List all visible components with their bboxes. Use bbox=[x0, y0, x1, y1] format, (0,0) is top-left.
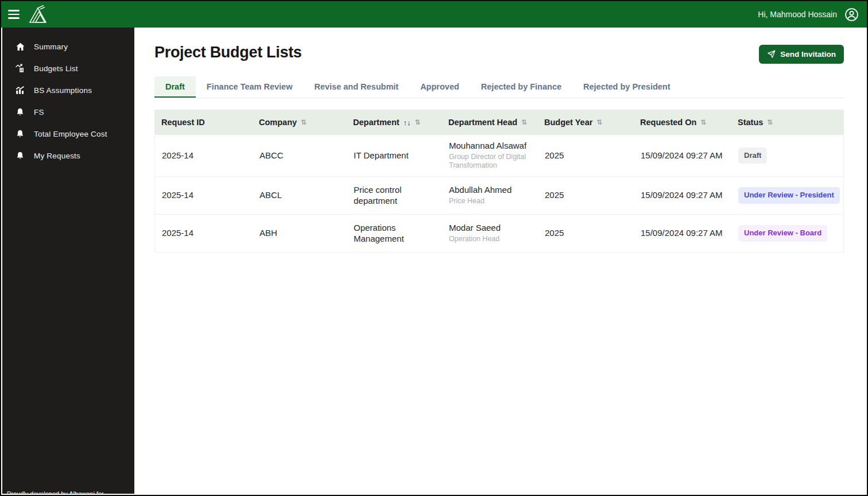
table-row[interactable]: 2025-14 ABCL Price control department Ab… bbox=[155, 177, 843, 215]
sidebar-item-label: Budgets List bbox=[34, 64, 78, 73]
tab-revise-and-resubmit[interactable]: Revise and Resubmit bbox=[303, 76, 409, 98]
cell-requested-on: 15/09/2024 09:27 AM bbox=[634, 145, 731, 167]
sidebar-item-total-employee-cost[interactable]: Total Employee Cost bbox=[2, 123, 134, 145]
tab-rejected-by-finance[interactable]: Rejected by Finance bbox=[470, 76, 572, 98]
department-head-title: Group Director of Digital Transformation bbox=[449, 153, 533, 170]
cell-department: Operations Management bbox=[347, 217, 442, 250]
active-sort-icon[interactable]: ↑↓ bbox=[404, 119, 411, 126]
sort-icon[interactable]: ⇅ bbox=[415, 119, 421, 126]
sidebar-item-label: My Requests bbox=[34, 152, 80, 160]
page-title: Project Budget Lists bbox=[154, 44, 302, 61]
cell-department: IT Department bbox=[347, 145, 442, 167]
status-badge: Under Review - Board bbox=[738, 225, 827, 241]
table-body: 2025-14 ABCC IT Department Mouhannad Als… bbox=[154, 135, 844, 253]
column-header-company[interactable]: Company ⇅ bbox=[252, 118, 346, 127]
user-avatar-icon[interactable] bbox=[844, 7, 859, 22]
sort-icon[interactable]: ⇅ bbox=[521, 119, 527, 126]
sort-icon[interactable]: ⇅ bbox=[301, 119, 307, 126]
sidebar-item-label: Summary bbox=[34, 42, 68, 51]
tab-rejected-by-president[interactable]: Rejected by President bbox=[572, 76, 681, 98]
department-head-name: Mouhannad Alsawaf bbox=[449, 141, 533, 152]
cell-request-id: 2025-14 bbox=[155, 184, 253, 207]
table-row[interactable]: 2025-14 ABH Operations Management Modar … bbox=[155, 215, 843, 253]
cell-company: ABCL bbox=[253, 184, 347, 207]
budget-table: Request ID Company ⇅ Department ↑↓ ⇅ Dep… bbox=[154, 110, 844, 253]
cell-company: ABCC bbox=[253, 145, 347, 167]
department-head-title: Operation Head bbox=[449, 235, 533, 244]
budgets-trend-icon bbox=[15, 63, 25, 73]
sidebar-item-label: FS bbox=[34, 108, 44, 117]
sidebar-item-bs-assumptions[interactable]: BS Assumptions bbox=[2, 79, 134, 101]
cell-department-head: Abdullah Ahmed Price Head bbox=[442, 179, 538, 211]
cell-department-head: Modar Saeed Operation Head bbox=[442, 217, 538, 249]
home-icon bbox=[15, 41, 25, 52]
cell-department-head: Mouhannad Alsawaf Group Director of Digi… bbox=[442, 135, 538, 176]
sidebar-item-my-requests[interactable]: My Requests bbox=[2, 145, 134, 166]
cell-request-id: 2025-14 bbox=[155, 145, 253, 167]
cell-request-id: 2025-14 bbox=[155, 222, 253, 245]
column-header-requested-on[interactable]: Requested On ⇅ bbox=[633, 118, 731, 127]
topbar: Hi, Mahmood Hossain bbox=[1, 1, 867, 28]
status-badge: Under Review - President bbox=[738, 187, 840, 203]
cell-department: Price control department bbox=[347, 179, 442, 212]
cell-requested-on: 15/09/2024 09:27 AM bbox=[634, 184, 731, 207]
cell-budget-year: 2025 bbox=[538, 184, 634, 207]
department-head-name: Abdullah Ahmed bbox=[449, 185, 533, 196]
sidebar-item-budgets-list[interactable]: Budgets List bbox=[2, 57, 134, 79]
column-header-budget-year[interactable]: Budget Year ⇅ bbox=[537, 118, 633, 127]
send-invitation-button[interactable]: Send Invitation bbox=[759, 45, 844, 64]
cell-company: ABH bbox=[253, 222, 347, 245]
sidebar-item-fs[interactable]: FS bbox=[2, 101, 134, 123]
sidebar: Summary Budgets List bbox=[2, 28, 134, 494]
cell-status: Draft bbox=[731, 142, 843, 169]
user-greeting: Hi, Mahmood Hossain bbox=[758, 10, 837, 19]
hamburger-menu-icon[interactable] bbox=[8, 10, 20, 19]
column-header-department-head[interactable]: Department Head ⇅ bbox=[441, 118, 537, 127]
sort-icon[interactable]: ⇅ bbox=[700, 119, 706, 126]
tab-bar: Draft Finance Team Review Revise and Res… bbox=[154, 76, 844, 98]
department-head-name: Modar Saeed bbox=[449, 223, 533, 234]
cell-budget-year: 2025 bbox=[538, 222, 634, 245]
sidebar-item-summary[interactable]: Summary bbox=[2, 36, 134, 57]
cell-requested-on: 15/09/2024 09:27 AM bbox=[634, 222, 731, 245]
department-head-title: Price Head bbox=[449, 197, 533, 206]
main-content: Project Budget Lists Send Invitation Dra… bbox=[134, 28, 866, 494]
column-header-request-id: Request ID bbox=[154, 118, 252, 127]
bell-icon bbox=[15, 107, 25, 117]
send-invitation-label: Send Invitation bbox=[780, 50, 836, 59]
column-header-department[interactable]: Department ↑↓ ⇅ bbox=[346, 118, 441, 127]
table-header-row: Request ID Company ⇅ Department ↑↓ ⇅ Dep… bbox=[154, 110, 844, 135]
table-row[interactable]: 2025-14 ABCC IT Department Mouhannad Als… bbox=[155, 135, 843, 177]
cell-budget-year: 2025 bbox=[538, 145, 634, 167]
bar-chart-icon bbox=[15, 85, 25, 95]
sidebar-item-label: Total Employee Cost bbox=[34, 130, 107, 138]
bell-icon bbox=[15, 150, 25, 161]
sidebar-footer-credit: Proudly developed by Albawani for bbox=[7, 490, 104, 494]
sort-icon[interactable]: ⇅ bbox=[767, 119, 773, 126]
sort-icon[interactable]: ⇅ bbox=[596, 119, 602, 126]
tab-approved[interactable]: Approved bbox=[409, 76, 470, 98]
status-badge: Draft bbox=[738, 148, 767, 164]
paper-plane-icon bbox=[767, 50, 776, 59]
sidebar-item-label: BS Assumptions bbox=[34, 86, 92, 95]
tab-draft[interactable]: Draft bbox=[154, 76, 196, 98]
cell-status: Under Review - President bbox=[731, 181, 844, 209]
column-header-status[interactable]: Status ⇅ bbox=[731, 118, 844, 127]
cell-status: Under Review - Board bbox=[731, 219, 843, 247]
tab-finance-team-review[interactable]: Finance Team Review bbox=[196, 76, 304, 98]
albawani-logo[interactable] bbox=[28, 5, 52, 24]
bell-icon bbox=[15, 129, 25, 139]
